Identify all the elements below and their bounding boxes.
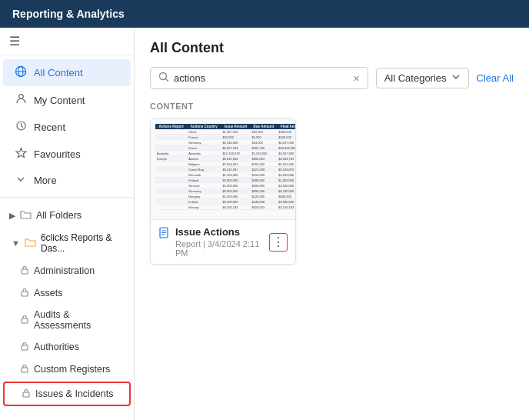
clock-icon — [14, 120, 28, 134]
top-bar: Reporting & Analytics — [0, 0, 529, 28]
sidebar-item-all-content[interactable]: All Content — [3, 59, 131, 86]
search-input[interactable] — [174, 72, 348, 84]
card-preview: Actions Report Actions Country Issue Amo… — [151, 119, 295, 219]
svg-rect-8 — [22, 269, 28, 274]
folder-open-icon — [20, 209, 32, 222]
svg-rect-13 — [23, 392, 29, 397]
chevron-down-icon — [14, 174, 28, 187]
lock-icon-admin — [20, 265, 29, 277]
search-box: × — [150, 67, 368, 89]
svg-rect-10 — [22, 318, 28, 323]
my-content-label: My Content — [34, 95, 85, 106]
folders-section: ▶ All Folders ▼ 6clicks Reports & Das... — [0, 197, 134, 414]
recent-label: Recent — [34, 122, 65, 133]
subfolder-authorities[interactable]: Authorities — [3, 336, 131, 358]
hamburger-icon: ☰ — [9, 34, 20, 48]
person-icon — [14, 93, 28, 107]
sidebar: ☰ All Content — [0, 28, 135, 420]
folder-6clicks-icon — [25, 237, 36, 249]
card-info: Issue Actions Report | 3/4/2024 2:11 PM — [158, 226, 269, 258]
app-title: Reporting & Analytics — [12, 8, 125, 20]
svg-rect-12 — [22, 368, 28, 372]
more-label: More — [34, 175, 57, 186]
page-title: All Content — [150, 40, 514, 56]
card-title: Issue Actions — [175, 226, 269, 238]
card-menu-button[interactable]: ⋮ — [269, 233, 288, 252]
card-footer: Issue Actions Report | 3/4/2024 2:11 PM … — [151, 219, 295, 264]
administration-label: Administration — [34, 265, 95, 276]
globe-icon — [14, 65, 28, 80]
folder-6clicks-chevron: ▼ — [12, 238, 20, 248]
lock-icon-audits — [20, 314, 29, 326]
subfolder-administration[interactable]: Administration — [3, 260, 131, 282]
folder-6clicks-label: 6clicks Reports & Das... — [41, 232, 125, 254]
search-clear-button[interactable]: × — [353, 72, 359, 85]
card-text-block: Issue Actions Report | 3/4/2024 2:11 PM — [175, 226, 269, 258]
svg-rect-11 — [22, 345, 28, 350]
favourites-label: Favourites — [34, 148, 81, 160]
preview-table: Actions Report Actions Country Issue Amo… — [155, 124, 295, 210]
svg-marker-7 — [16, 148, 26, 158]
svg-rect-9 — [22, 292, 28, 296]
card-meta: Report | 3/4/2024 2:11 PM — [175, 239, 269, 258]
clear-all-button[interactable]: Clear All — [477, 72, 514, 84]
lock-icon-custom — [20, 363, 29, 375]
subfolder-issues[interactable]: Issues & Incidents — [3, 382, 131, 406]
subfolder-audits[interactable]: Audits & Assessments — [3, 305, 131, 335]
content-card-issue-actions: Actions Report Actions Country Issue Amo… — [150, 118, 296, 265]
assets-label: Assets — [34, 288, 63, 298]
lock-icon-authorities — [20, 341, 29, 353]
folder-6clicks[interactable]: ▼ 6clicks Reports & Das... — [0, 227, 134, 259]
custom-registers-label: Custom Registers — [34, 364, 110, 375]
svg-line-15 — [166, 79, 169, 82]
audits-label: Audits & Assessments — [34, 309, 123, 331]
main-content: All Content × All Categories — [135, 28, 529, 420]
search-icon — [158, 72, 169, 85]
document-icon — [158, 227, 171, 242]
category-dropdown[interactable]: All Categories — [376, 68, 469, 88]
lock-icon-issues — [22, 388, 31, 400]
subfolder-assets[interactable]: Assets — [3, 282, 131, 304]
category-label: All Categories — [384, 72, 447, 84]
lock-icon-assets — [20, 287, 29, 299]
dropdown-chevron-icon — [451, 72, 461, 84]
sidebar-toggle[interactable]: ☰ — [0, 28, 134, 55]
search-row: × All Categories Clear All — [150, 67, 514, 89]
subfolder-custom-registers[interactable]: Custom Registers — [3, 358, 131, 380]
sidebar-item-favourites[interactable]: Favourites — [3, 141, 131, 167]
sidebar-item-my-content[interactable]: My Content — [3, 87, 131, 113]
svg-point-3 — [18, 95, 23, 99]
all-folders-item[interactable]: ▶ All Folders — [0, 204, 134, 227]
all-content-label: All Content — [34, 67, 83, 78]
sidebar-item-recent[interactable]: Recent — [3, 114, 131, 140]
star-icon — [14, 147, 28, 161]
all-folders-chevron: ▶ — [9, 211, 15, 221]
sidebar-item-more[interactable]: More — [3, 168, 131, 193]
issues-label: Issues & Incidents — [35, 388, 113, 399]
content-section-label: CONTENT — [150, 102, 514, 111]
sidebar-nav: All Content My Content — [0, 55, 134, 197]
authorities-label: Authorities — [34, 342, 79, 352]
svg-line-6 — [21, 126, 23, 128]
kebab-menu-icon: ⋮ — [272, 236, 284, 248]
svg-point-14 — [160, 73, 167, 80]
all-folders-label: All Folders — [36, 210, 82, 221]
